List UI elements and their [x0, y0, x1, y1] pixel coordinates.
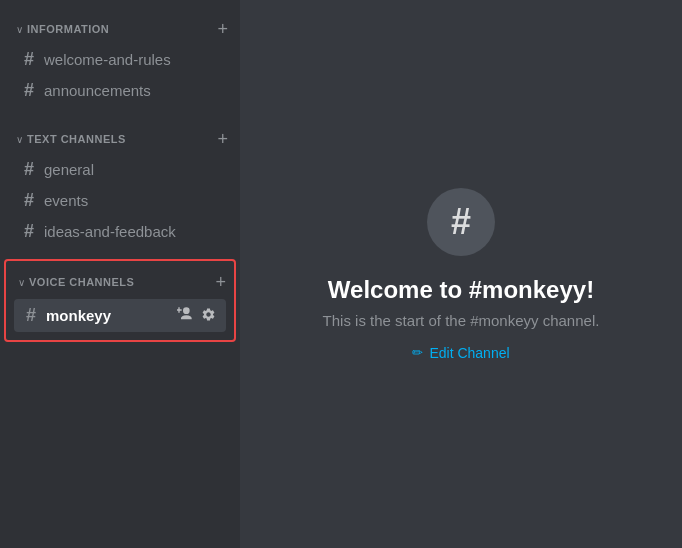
- information-section-title: Information: [27, 23, 109, 35]
- section-header-left: ∨ Text Channels: [16, 133, 126, 145]
- welcome-hash-icon: #: [451, 201, 471, 243]
- voice-channels-add-icon[interactable]: +: [215, 273, 226, 291]
- text-channels-add-icon[interactable]: +: [217, 130, 228, 148]
- voice-channel-list: # monkeyy: [10, 299, 230, 332]
- information-chevron-icon: ∨: [16, 24, 23, 35]
- sidebar: ∨ Information + # welcome-and-rules # an…: [0, 0, 240, 548]
- voice-channels-chevron-icon: ∨: [18, 277, 25, 288]
- welcome-subtitle: This is the start of the #monkeyy channe…: [323, 312, 600, 329]
- add-member-icon[interactable]: [175, 304, 195, 327]
- channel-name-ideas-and-feedback: ideas-and-feedback: [44, 223, 220, 240]
- welcome-icon-container: #: [427, 188, 495, 256]
- channel-item-events[interactable]: # events: [12, 185, 228, 216]
- information-add-icon[interactable]: +: [217, 20, 228, 38]
- voice-channels-section-title: Voice Channels: [29, 276, 134, 288]
- channel-item-general[interactable]: # general: [12, 154, 228, 185]
- text-channels-chevron-icon: ∨: [16, 134, 23, 145]
- channel-item-announcements[interactable]: # announcements: [12, 75, 228, 106]
- hash-icon: #: [20, 80, 38, 101]
- main-content: # Welcome to #monkeyy! This is the start…: [240, 0, 682, 548]
- settings-icon[interactable]: [199, 305, 218, 327]
- voice-channels-section: ∨ Voice Channels + # monkeyy: [4, 259, 236, 342]
- voice-channels-section-header[interactable]: ∨ Voice Channels +: [10, 269, 230, 295]
- text-channel-list: # general # events # ideas-and-feedback: [8, 154, 232, 247]
- channel-name-announcements: announcements: [44, 82, 220, 99]
- hash-icon: #: [20, 49, 38, 70]
- text-channels-section-header[interactable]: ∨ Text Channels +: [8, 126, 232, 152]
- channel-item-welcome-and-rules[interactable]: # welcome-and-rules: [12, 44, 228, 75]
- hash-icon: #: [22, 305, 40, 326]
- pencil-icon: ✏: [412, 345, 423, 360]
- channel-name-monkeyy: monkeyy: [46, 307, 169, 324]
- edit-channel-link[interactable]: ✏ Edit Channel: [412, 345, 509, 361]
- channel-name-general: general: [44, 161, 220, 178]
- channel-name-events: events: [44, 192, 220, 209]
- hash-icon: #: [20, 190, 38, 211]
- section-header-left: ∨ Voice Channels: [18, 276, 134, 288]
- hash-icon: #: [20, 159, 38, 180]
- text-channels-section: ∨ Text Channels + # general # events # i…: [0, 110, 240, 251]
- hash-icon: #: [20, 221, 38, 242]
- channel-item-ideas-and-feedback[interactable]: # ideas-and-feedback: [12, 216, 228, 247]
- information-section-header[interactable]: ∨ Information +: [8, 16, 232, 42]
- section-header-left: ∨ Information: [16, 23, 109, 35]
- information-section: ∨ Information + # welcome-and-rules # an…: [0, 0, 240, 110]
- welcome-title: Welcome to #monkeyy!: [328, 276, 594, 304]
- channel-actions-monkeyy: [175, 304, 218, 327]
- text-channels-section-title: Text Channels: [27, 133, 126, 145]
- channel-item-monkeyy[interactable]: # monkeyy: [14, 299, 226, 332]
- information-channel-list: # welcome-and-rules # announcements: [8, 44, 232, 106]
- channel-name-welcome-and-rules: welcome-and-rules: [44, 51, 220, 68]
- edit-channel-label: Edit Channel: [429, 345, 509, 361]
